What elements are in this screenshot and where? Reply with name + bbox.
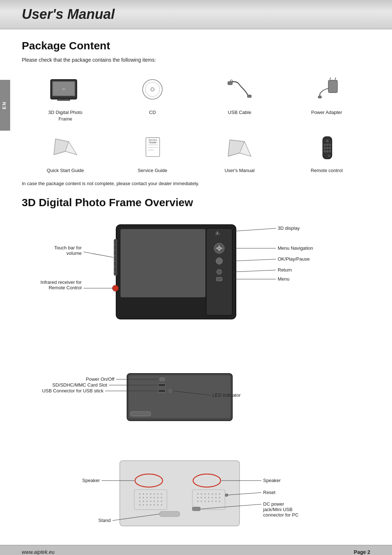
svg-rect-9 [248, 95, 252, 98]
svg-point-122 [157, 504, 159, 506]
list-item: USB Cable [196, 71, 283, 125]
svg-line-73 [234, 270, 276, 272]
svg-point-6 [145, 82, 160, 97]
svg-point-136 [212, 497, 213, 498]
svg-point-131 [219, 493, 220, 495]
users-manual-icon [220, 132, 260, 164]
svg-rect-80 [158, 384, 166, 387]
svg-rect-79 [160, 378, 165, 381]
list-item: CD [109, 71, 196, 125]
svg-point-112 [146, 501, 148, 502]
footer-page: Page 2 [354, 549, 370, 555]
svg-point-36 [323, 150, 326, 152]
svg-line-71 [234, 259, 276, 261]
svg-text:SD/SDHC/MMC Card Slot: SD/SDHC/MMC Card Slot [52, 382, 107, 388]
svg-rect-146 [160, 511, 180, 517]
svg-point-97 [143, 493, 144, 495]
svg-point-123 [161, 504, 162, 506]
back-view-diagram: Speaker Stand Speaker Reset DC power jac… [22, 453, 370, 537]
service-guide-label: Service Guide [138, 167, 167, 174]
svg-point-48 [216, 258, 222, 264]
svg-text:jack/Mini USB: jack/Mini USB [263, 507, 293, 512]
svg-point-104 [143, 497, 144, 498]
svg-line-12 [330, 78, 331, 79]
svg-point-126 [201, 493, 202, 495]
svg-point-103 [139, 497, 140, 498]
overview-section: 3D Digital Photo Frame Overview [22, 196, 370, 537]
package-section-title: Package Content [22, 40, 370, 52]
package-section: Package Content Please check that the pa… [22, 40, 370, 186]
svg-point-7 [151, 88, 154, 91]
svg-text:volume: volume [66, 250, 82, 256]
svg-rect-92 [120, 461, 240, 526]
svg-point-140 [201, 501, 202, 502]
svg-text:OK/Play/Pause: OK/Play/Pause [278, 256, 310, 262]
svg-point-98 [146, 493, 148, 495]
svg-rect-82 [169, 389, 171, 392]
svg-text:USB Connector for USB stick: USB Connector for USB stick [42, 388, 104, 393]
svg-text:Infrared receiver for: Infrared receiver for [41, 279, 82, 285]
svg-point-29 [326, 140, 328, 142]
overview-section-title: 3D Digital Photo Frame Overview [22, 196, 370, 209]
svg-line-67 [234, 228, 276, 231]
svg-point-135 [208, 497, 209, 498]
svg-text:3D: 3D [62, 87, 65, 91]
svg-point-34 [329, 147, 331, 149]
svg-point-127 [204, 493, 206, 495]
svg-point-115 [157, 501, 159, 502]
svg-point-138 [219, 497, 220, 498]
svg-point-139 [197, 501, 199, 502]
svg-point-118 [143, 504, 144, 506]
svg-rect-41 [121, 229, 205, 297]
svg-rect-148 [192, 507, 200, 511]
side-language-label: EN [0, 80, 10, 131]
svg-text:Guide: Guide [149, 141, 156, 144]
page-title: User's Manual [22, 7, 115, 22]
header-bar: User's Manual [0, 0, 392, 29]
power-adapter-icon [307, 74, 347, 106]
list-item: Power Adapter [283, 71, 370, 125]
svg-text:Menu Navigation: Menu Navigation [278, 245, 313, 251]
disclaimer-text: In case the package content is not compl… [22, 181, 370, 186]
svg-rect-11 [328, 80, 338, 93]
package-grid: 3D 3D Digital PhotoFrame CD [22, 71, 370, 177]
svg-point-134 [204, 497, 206, 498]
footer: www.aiptek.eu Page 2 [0, 545, 392, 555]
svg-point-121 [154, 504, 155, 506]
usb-cable-label: USB Cable [228, 109, 251, 116]
svg-text:Return: Return [278, 267, 292, 273]
svg-point-31 [329, 144, 331, 146]
cd-label: CD [149, 109, 156, 116]
svg-text:LED indicator: LED indicator [212, 392, 241, 398]
svg-point-35 [326, 147, 328, 149]
3d-frame-icon: 3D [45, 74, 85, 106]
svg-point-38 [326, 150, 328, 152]
svg-point-110 [139, 501, 140, 502]
svg-text:Stand: Stand [98, 518, 111, 523]
bottom-view-diagram: Power On/Off SD/SDHC/MMC Card Slot USB C… [22, 359, 370, 442]
svg-text:connector for PC: connector for PC [263, 512, 299, 518]
svg-point-120 [150, 504, 151, 506]
svg-point-107 [154, 497, 155, 498]
svg-point-60 [113, 285, 118, 291]
svg-text:Speaker: Speaker [263, 478, 281, 483]
svg-text:Reset: Reset [263, 490, 275, 495]
package-intro-text: Please check that the package contains t… [22, 57, 370, 63]
svg-text:Touch bar for: Touch bar for [54, 245, 82, 250]
svg-point-130 [215, 493, 217, 495]
svg-point-100 [154, 493, 155, 495]
svg-point-133 [201, 497, 202, 498]
svg-point-108 [157, 497, 159, 498]
svg-text:3D: 3D [328, 155, 330, 157]
svg-point-117 [139, 504, 140, 506]
users-manual-label: User's Manual [225, 167, 255, 174]
quick-start-guide-icon [45, 132, 85, 164]
svg-point-142 [208, 501, 209, 502]
svg-text:Power On/Off: Power On/Off [86, 376, 114, 382]
svg-point-49 [217, 269, 222, 274]
svg-point-125 [197, 493, 199, 495]
svg-point-101 [157, 493, 159, 495]
svg-point-116 [161, 501, 162, 502]
svg-point-143 [212, 501, 213, 502]
svg-text:Menu: Menu [278, 276, 290, 282]
